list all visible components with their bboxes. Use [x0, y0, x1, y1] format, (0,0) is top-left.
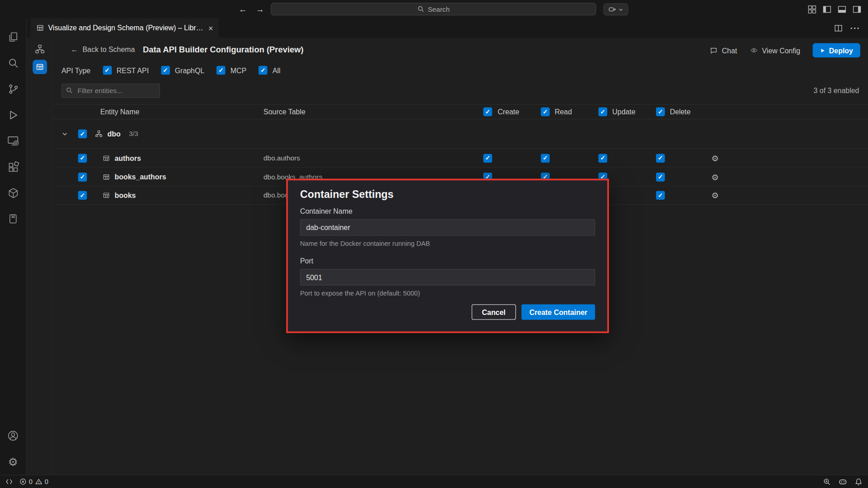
run-task-dropdown[interactable]	[604, 3, 628, 15]
create-container-button[interactable]: Create Container	[522, 304, 595, 319]
graphql-label: GraphQL	[175, 66, 204, 74]
close-icon[interactable]: ×	[208, 23, 213, 33]
all-checkbox[interactable]	[259, 66, 268, 75]
more-actions-icon[interactable]: ···	[850, 23, 860, 33]
update-checkbox[interactable]	[599, 154, 608, 163]
row-enabled-checkbox[interactable]	[78, 154, 87, 163]
notifications-bell-icon[interactable]	[855, 478, 863, 485]
chat-bubble-icon	[709, 46, 718, 54]
toggle-secondary-sidebar-icon[interactable]	[853, 5, 862, 13]
rest-api-option[interactable]: REST API	[103, 66, 149, 75]
api-type-label: API Type	[61, 66, 90, 74]
mcp-option[interactable]: MCP	[217, 66, 246, 75]
extension-toolbar	[27, 38, 53, 474]
row-enabled-checkbox[interactable]	[78, 191, 87, 200]
remote-indicator-icon[interactable]	[5, 478, 13, 485]
chevron-down-icon	[618, 7, 623, 12]
row-settings-gear-icon[interactable]: ⚙	[711, 154, 718, 162]
view-config-button[interactable]: View Config	[749, 46, 800, 54]
source-table-header: Source Table	[264, 108, 306, 116]
activity-bar: ⚙	[0, 18, 27, 474]
copilot-icon[interactable]	[839, 478, 847, 485]
tab-actions: ···	[834, 18, 860, 38]
settings-gear-icon[interactable]: ⚙	[0, 449, 26, 475]
back-to-schema-link[interactable]: ← Back to Schema	[71, 45, 135, 53]
delete-checkbox[interactable]	[656, 172, 665, 181]
status-bar: 0 0	[0, 475, 868, 488]
cancel-button[interactable]: Cancel	[472, 304, 516, 319]
delete-header: Delete	[670, 108, 691, 116]
delete-all-checkbox[interactable]	[656, 108, 665, 117]
status-bar-right	[823, 478, 863, 485]
search-sidebar-icon[interactable]	[0, 50, 26, 76]
back-label: Back to Schema	[82, 45, 135, 53]
create-checkbox[interactable]	[483, 154, 492, 163]
toggle-panel-icon[interactable]	[838, 5, 847, 13]
workflow-icon	[609, 6, 616, 13]
toggle-sidebar-icon[interactable]	[823, 5, 832, 13]
entity-name: books	[114, 191, 136, 199]
container-settings-dialog: Container Settings Container Name Name f…	[286, 179, 609, 333]
update-all-checkbox[interactable]	[599, 108, 608, 117]
error-icon	[19, 478, 27, 485]
forward-arrow-icon[interactable]: →	[256, 5, 264, 14]
command-center-search[interactable]: Search	[271, 3, 596, 15]
customize-layout-icon[interactable]	[808, 5, 817, 14]
vscode-window: ← → Search	[0, 0, 868, 488]
page-title: Data API Builder Configuration (Preview)	[143, 45, 303, 54]
enabled-summary: 3 of 3 enabled	[814, 84, 859, 98]
error-count: 0	[29, 478, 33, 485]
create-header: Create	[498, 108, 519, 116]
remote-explorer-icon[interactable]	[0, 128, 26, 154]
graphql-checkbox[interactable]	[161, 66, 170, 75]
row-enabled-checkbox[interactable]	[78, 172, 87, 181]
container-name-label: Container Name	[300, 207, 595, 215]
delete-checkbox[interactable]	[656, 191, 665, 200]
schema-view-icon[interactable]	[33, 42, 47, 56]
dab-config-view-icon[interactable]	[33, 60, 47, 74]
split-editor-icon[interactable]	[834, 24, 842, 32]
entity-table-header: Entity Name Source Table Create Read Upd…	[54, 104, 868, 119]
mcp-checkbox[interactable]	[217, 66, 226, 75]
source-control-icon[interactable]	[0, 76, 26, 102]
back-arrow-icon[interactable]: ←	[239, 5, 247, 14]
explorer-icon[interactable]	[0, 24, 26, 50]
read-all-checkbox[interactable]	[541, 108, 550, 117]
extensions-icon[interactable]	[0, 154, 26, 180]
layout-controls	[808, 0, 862, 18]
rest-api-checkbox[interactable]	[103, 66, 112, 75]
accounts-icon[interactable]	[0, 423, 26, 449]
schema-designer-icon[interactable]	[0, 206, 26, 232]
port-help: Port to expose the API on (default: 5000…	[300, 289, 595, 297]
zoom-icon[interactable]	[823, 478, 831, 485]
all-option[interactable]: All	[259, 66, 280, 75]
deploy-button[interactable]: Deploy	[812, 43, 860, 58]
schema-group-row[interactable]: dbo 3/3	[54, 119, 868, 148]
back-arrow-icon: ←	[71, 45, 78, 53]
filter-entities-input[interactable]	[61, 84, 160, 98]
create-all-checkbox[interactable]	[483, 108, 492, 117]
chat-button[interactable]: Chat	[709, 46, 737, 54]
view-config-label: View Config	[762, 46, 801, 54]
group-enabled-checkbox[interactable]	[78, 130, 87, 139]
database-project-icon[interactable]	[0, 180, 26, 206]
row-settings-gear-icon[interactable]: ⚙	[711, 173, 718, 181]
container-name-input[interactable]	[300, 219, 595, 236]
rest-api-label: REST API	[117, 66, 149, 74]
filter-entities-wrap	[61, 84, 160, 98]
entity-name: books_authors	[114, 173, 166, 181]
row-settings-gear-icon[interactable]: ⚙	[711, 191, 718, 199]
run-debug-icon[interactable]	[0, 102, 26, 128]
problems-errors[interactable]: 0 0	[19, 478, 48, 485]
delete-checkbox[interactable]	[656, 154, 665, 163]
table-icon	[103, 154, 110, 162]
api-type-filter-row: API Type REST API GraphQL MCP All	[61, 65, 292, 75]
port-input[interactable]	[300, 269, 595, 286]
graphql-option[interactable]: GraphQL	[161, 66, 204, 75]
schema-extension-icon	[36, 24, 44, 32]
all-label: All	[273, 66, 281, 74]
table-row[interactable]: authors dbo.authors ⚙	[54, 148, 868, 167]
read-checkbox[interactable]	[541, 154, 550, 163]
tab-visualize-schema[interactable]: Visualize and Design Schema (Preview) – …	[30, 18, 218, 38]
chevron-down-icon[interactable]	[61, 131, 68, 137]
